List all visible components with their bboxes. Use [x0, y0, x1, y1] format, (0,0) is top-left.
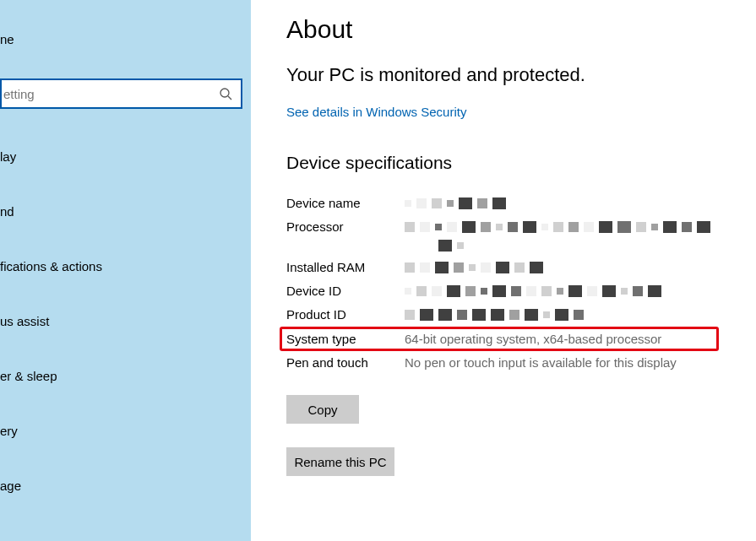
- rename-pc-button[interactable]: Rename this PC: [286, 447, 394, 476]
- device-spec-table: Device name Processor Insta: [286, 192, 748, 375]
- search-icon: [219, 87, 232, 100]
- sidebar-item-notifications[interactable]: fications & actions: [0, 249, 251, 284]
- spec-row-device-id: Device ID: [286, 279, 748, 303]
- security-link[interactable]: See details in Windows Security: [286, 105, 466, 119]
- spec-row-pen-touch: Pen and touch No pen or touch input is a…: [286, 351, 748, 375]
- spec-value-redacted: [405, 196, 748, 209]
- spec-value-redacted: [405, 219, 748, 252]
- spec-value: 64-bit operating system, x64-based proce…: [405, 332, 713, 346]
- svg-line-1: [228, 96, 231, 100]
- spec-label: Installed RAM: [286, 260, 405, 274]
- main-content: About Your PC is monitored and protected…: [251, 0, 756, 541]
- svg-point-0: [220, 89, 229, 97]
- sidebar-item-sound[interactable]: nd: [0, 194, 251, 229]
- spec-label: Device ID: [286, 284, 405, 298]
- spec-value-redacted: [405, 284, 748, 297]
- spec-value-redacted: [405, 307, 748, 321]
- spec-label: Device name: [286, 196, 405, 210]
- spec-label: System type: [286, 332, 405, 346]
- spec-label: Processor: [286, 219, 405, 234]
- page-title: About: [286, 15, 748, 44]
- sidebar-nav: lay nd fications & actions us assist er …: [0, 139, 251, 503]
- spec-row-device-name: Device name: [286, 192, 748, 215]
- sidebar-item-storage[interactable]: age: [0, 468, 251, 503]
- spec-value-redacted: [405, 260, 748, 273]
- section-title-specs: Device specifications: [286, 153, 748, 173]
- spec-row-system-type: System type 64-bit operating system, x64…: [280, 327, 719, 351]
- spec-row-ram: Installed RAM: [286, 256, 748, 279]
- sidebar-item-focus-assist[interactable]: us assist: [0, 304, 251, 338]
- spec-label: Product ID: [286, 307, 405, 322]
- search-box[interactable]: [0, 78, 242, 109]
- spec-label: Pen and touch: [286, 355, 405, 370]
- spec-value: No pen or touch input is available for t…: [405, 355, 748, 370]
- sidebar-item-battery[interactable]: ery: [0, 414, 251, 448]
- sidebar-home[interactable]: ne: [0, 29, 251, 51]
- copy-button[interactable]: Copy: [286, 395, 359, 424]
- sidebar-item-power-sleep[interactable]: er & sleep: [0, 359, 251, 393]
- spec-row-product-id: Product ID: [286, 303, 748, 327]
- spec-row-processor: Processor: [286, 215, 748, 256]
- security-status: Your PC is monitored and protected.: [286, 64, 748, 86]
- sidebar-item-display[interactable]: lay: [0, 139, 251, 174]
- search-input[interactable]: [3, 87, 219, 101]
- sidebar: ne lay nd fications & actions us assist …: [0, 0, 251, 541]
